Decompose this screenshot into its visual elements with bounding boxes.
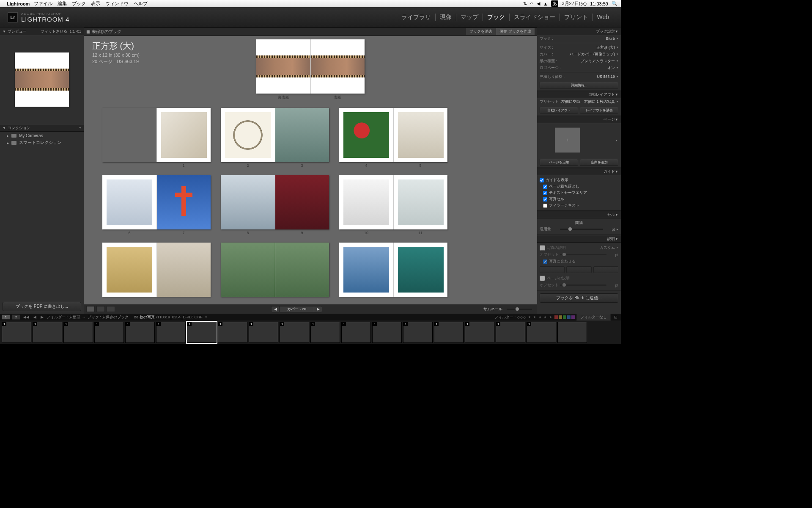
film-thumb[interactable]: 1 bbox=[156, 322, 186, 343]
module-web[interactable]: Web bbox=[592, 14, 613, 21]
pager-prev-button[interactable]: ◀ bbox=[272, 307, 279, 311]
page-3[interactable] bbox=[275, 108, 329, 162]
auto-layout-button[interactable]: 自動レイアウト bbox=[540, 107, 578, 113]
page-6[interactable] bbox=[102, 175, 156, 229]
fit-label[interactable]: フィットさせる bbox=[41, 29, 67, 34]
film-thumb[interactable]: 1 bbox=[33, 322, 62, 343]
fit-photo-checkbox[interactable] bbox=[543, 260, 547, 264]
cell-padding-slider[interactable]: 適用量pt▸ bbox=[537, 226, 621, 233]
menu-window[interactable]: ウィンドウ bbox=[105, 0, 129, 7]
page-1[interactable] bbox=[156, 108, 211, 162]
book-size-row[interactable]: サイズ :正方形 (大)▾ bbox=[537, 44, 621, 51]
page-10[interactable] bbox=[339, 175, 393, 229]
secondary-display-2[interactable]: 2 bbox=[12, 315, 20, 320]
guide-bleed-checkbox[interactable] bbox=[543, 185, 547, 189]
page-11[interactable] bbox=[393, 175, 447, 229]
cell-header[interactable]: セル▼ bbox=[537, 211, 621, 218]
auto-layout-header[interactable]: 自動レイアウト▼ bbox=[537, 91, 621, 98]
clear-book-button[interactable]: ブックを消去 bbox=[466, 28, 496, 35]
add-collection-icon[interactable]: + bbox=[79, 126, 81, 130]
show-guides-checkbox[interactable] bbox=[540, 178, 544, 182]
chevron-right-icon[interactable]: ▸ bbox=[617, 227, 618, 231]
ime-indicator[interactable]: あ bbox=[551, 0, 558, 7]
add-blank-button[interactable]: 空白を追加 bbox=[580, 159, 618, 166]
page-16[interactable] bbox=[339, 243, 393, 297]
film-thumb[interactable]: 1 bbox=[63, 322, 93, 343]
filmstrip[interactable]: 1 1 1 1 1 1 1 1 1 1 1 1 1 1 1 1 1 1 bbox=[0, 320, 621, 344]
ratio-4-1[interactable]: 4:1 bbox=[76, 29, 81, 33]
film-thumb[interactable]: 1 bbox=[403, 322, 433, 343]
photo-caption-checkbox[interactable] bbox=[540, 245, 545, 251]
dropbox-icon[interactable]: ⇅ bbox=[523, 1, 527, 6]
film-thumb[interactable]: 1 bbox=[341, 322, 371, 343]
caption-pos-1[interactable] bbox=[540, 266, 565, 273]
book-cover-row[interactable]: カバー :ハードカバー (画像ラップ)▾ bbox=[537, 51, 621, 58]
menu-book[interactable]: ブック bbox=[72, 0, 86, 7]
filter-preset-dropdown[interactable]: フィルターなし bbox=[576, 314, 611, 321]
grid-tiny-icon[interactable]: ▦ bbox=[86, 29, 90, 34]
menu-help[interactable]: ヘルプ bbox=[134, 0, 148, 7]
filter-lock-icon[interactable]: ⊡ bbox=[614, 315, 617, 319]
page-blank[interactable] bbox=[102, 108, 156, 162]
guide-photocell-checkbox[interactable] bbox=[543, 197, 547, 202]
film-thumb[interactable]: 1 bbox=[434, 322, 464, 343]
menu-edit[interactable]: 編集 bbox=[58, 0, 67, 7]
module-slideshow[interactable]: スライドショー bbox=[509, 14, 560, 21]
page-12[interactable] bbox=[102, 243, 156, 297]
film-thumb[interactable]: 1 bbox=[94, 322, 124, 343]
preset-row[interactable]: プリセット :左側に空白、右側に 1 枚の写真▾ bbox=[537, 98, 621, 105]
film-thumb[interactable]: 1 bbox=[310, 322, 340, 343]
clear-layout-button[interactable]: レイアウトを消去 bbox=[580, 107, 618, 113]
view-spread-button[interactable] bbox=[96, 306, 105, 312]
layout-menu-icon[interactable]: ▾ bbox=[616, 138, 617, 142]
page-5[interactable] bbox=[393, 108, 447, 162]
page-2[interactable] bbox=[221, 108, 275, 162]
film-thumb[interactable]: 1 bbox=[372, 322, 402, 343]
film-thumb[interactable] bbox=[557, 322, 587, 343]
add-page-button[interactable]: ページを追加 bbox=[540, 159, 578, 166]
app-name[interactable]: Lightroom bbox=[7, 1, 30, 6]
save-book-button[interactable]: 保存 ブックを作成 bbox=[496, 28, 535, 35]
spotlight-icon[interactable]: 🔍 bbox=[612, 1, 617, 6]
send-to-blurb-button[interactable]: ブックを Blurb に送信... bbox=[540, 293, 618, 303]
preview-page[interactable] bbox=[15, 52, 69, 107]
page-4[interactable] bbox=[339, 108, 393, 162]
film-thumb[interactable]: 1 bbox=[218, 322, 247, 343]
page-caption-offset-slider[interactable]: オフセットpt bbox=[537, 282, 621, 289]
module-develop[interactable]: 現像 bbox=[435, 14, 456, 21]
ratio-1-1[interactable]: 1:1 bbox=[69, 29, 75, 33]
film-thumb[interactable]: 1 bbox=[249, 322, 278, 343]
wifi-icon[interactable]: ⌔ bbox=[530, 1, 533, 6]
page-panel-header[interactable]: ページ▼ bbox=[537, 116, 621, 123]
page-layout-preview[interactable] bbox=[555, 127, 580, 153]
eject-icon[interactable]: ▲ bbox=[543, 1, 548, 6]
page-8[interactable] bbox=[221, 175, 275, 229]
collection-item[interactable]: ▸ My Cameras bbox=[0, 133, 84, 139]
book-estimate-row[interactable]: 見積もり価格 :US $63.19▾ bbox=[537, 73, 621, 80]
front-cover[interactable] bbox=[310, 39, 365, 94]
rating-filter[interactable]: ★ ★ ★ ★ ★ bbox=[528, 315, 553, 319]
page-13[interactable] bbox=[156, 243, 211, 297]
secondary-display-1[interactable]: 1 bbox=[2, 315, 10, 320]
preview-header[interactable]: ▼ プレビュー フィットさせる 1:1 4:1 bbox=[0, 28, 84, 35]
view-single-button[interactable] bbox=[107, 306, 115, 312]
film-thumb-selected[interactable]: 1 bbox=[187, 322, 217, 343]
photo-caption-offset-slider[interactable]: オフセットpt bbox=[537, 251, 621, 258]
film-thumb[interactable]: 1 bbox=[125, 322, 155, 343]
film-thumb[interactable]: 1 bbox=[280, 322, 309, 343]
module-library[interactable]: ライブラリ bbox=[397, 14, 435, 21]
menu-file[interactable]: ファイル bbox=[34, 0, 52, 7]
book-logopage-row[interactable]: ロゴページ :オン▾ bbox=[537, 64, 621, 71]
volume-icon[interactable]: ◀ bbox=[537, 1, 540, 6]
page-14[interactable] bbox=[221, 243, 275, 297]
module-print[interactable]: プリント bbox=[560, 14, 592, 21]
page-9[interactable] bbox=[275, 175, 329, 229]
caption-header[interactable]: 説明▼ bbox=[537, 235, 621, 243]
module-book[interactable]: ブック bbox=[483, 14, 509, 21]
page-15[interactable] bbox=[275, 243, 329, 297]
film-thumb[interactable]: 1 bbox=[527, 322, 556, 343]
page-caption-checkbox[interactable] bbox=[540, 276, 545, 281]
book-service-row[interactable]: ブック :Blurb▾ bbox=[537, 35, 621, 42]
collections-header[interactable]: ▼ コレクション + bbox=[0, 124, 84, 132]
cover-spread[interactable] bbox=[256, 39, 365, 94]
